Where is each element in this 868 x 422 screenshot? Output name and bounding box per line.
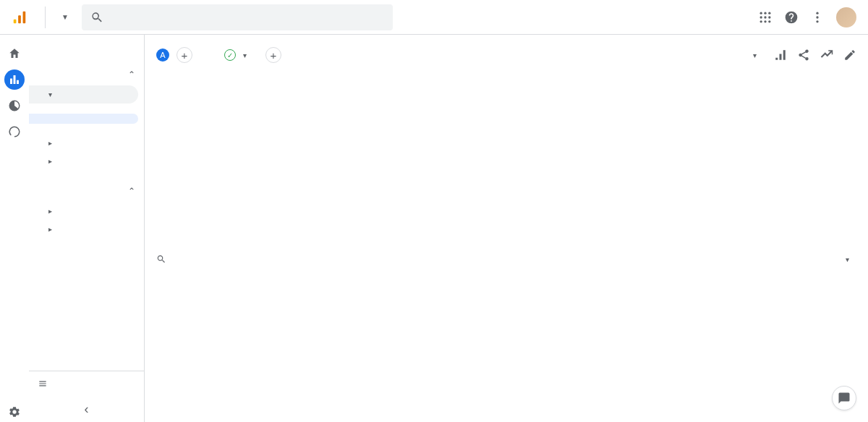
help-icon[interactable] xyxy=(784,10,799,25)
chevron-up-icon: ⌃ xyxy=(128,186,135,196)
share-icon[interactable] xyxy=(797,48,810,62)
chevron-right-icon: ▸ xyxy=(46,139,54,147)
chevron-down-icon: ▾ xyxy=(46,90,54,98)
line-chart[interactable] xyxy=(156,85,558,235)
chevron-down-icon: ▼ xyxy=(61,13,69,22)
divider xyxy=(45,7,46,28)
rows-per-page-select[interactable]: ▾ xyxy=(846,255,849,263)
customize-icon[interactable] xyxy=(774,48,787,62)
bar-chart-title xyxy=(569,75,856,85)
svg-point-5 xyxy=(768,12,770,14)
bar-chart-card xyxy=(569,75,856,240)
logo xyxy=(12,9,32,25)
sidebar-item-user-acq[interactable] xyxy=(29,114,138,124)
svg-point-11 xyxy=(768,20,770,22)
sidebar-item-retention[interactable] xyxy=(29,170,144,180)
table-pager: ▾ xyxy=(838,255,856,263)
svg-point-4 xyxy=(764,12,766,14)
search-icon xyxy=(156,254,166,264)
account-switcher[interactable]: ▼ xyxy=(59,13,69,22)
svg-point-14 xyxy=(816,20,818,22)
edit-icon[interactable] xyxy=(843,48,856,62)
search-bar[interactable] xyxy=(82,4,393,30)
chevron-right-icon: ▸ xyxy=(46,157,54,165)
chevron-up-icon: ⌃ xyxy=(128,69,135,80)
audience-badge[interactable]: A xyxy=(156,48,169,62)
nav-rail xyxy=(0,35,29,422)
rail-advertising[interactable] xyxy=(4,122,25,142)
search-icon xyxy=(90,11,103,24)
check-icon[interactable]: ✓ xyxy=(224,49,236,61)
chevron-down-icon[interactable]: ▾ xyxy=(243,51,247,59)
table-controls: ▾ xyxy=(156,253,856,265)
insights-icon[interactable] xyxy=(820,48,833,62)
analytics-logo-icon xyxy=(12,9,27,25)
sidebar-item-reports-snapshot[interactable] xyxy=(29,35,144,49)
svg-point-9 xyxy=(760,20,762,22)
svg-point-13 xyxy=(816,16,818,18)
svg-rect-2 xyxy=(23,11,26,23)
sidebar-item-realtime[interactable] xyxy=(29,49,144,64)
sidebar-section-lifecycle[interactable]: ⌃ xyxy=(29,64,144,85)
svg-point-6 xyxy=(760,16,762,18)
chevron-down-icon: ▾ xyxy=(846,256,849,263)
sidebar-collapse-button[interactable]: ‹ xyxy=(29,396,144,422)
sidebar-item-acq-overview[interactable] xyxy=(29,104,144,114)
table-search[interactable] xyxy=(156,253,833,265)
sidebar-item-tech[interactable]: ▸ xyxy=(29,220,144,238)
sidebar-item-demographics[interactable]: ▸ xyxy=(29,202,144,220)
more-vert-icon[interactable] xyxy=(810,10,825,25)
bar-chart[interactable] xyxy=(569,85,856,237)
search-input[interactable] xyxy=(111,11,384,24)
svg-point-3 xyxy=(760,12,762,14)
main: A + ✓ ▾ + ▾ xyxy=(145,35,868,422)
feedback-button[interactable] xyxy=(832,386,856,410)
rail-explore[interactable] xyxy=(4,96,25,116)
line-chart-card xyxy=(156,75,558,240)
svg-point-8 xyxy=(768,16,770,18)
sidebar-item-monetization[interactable]: ▸ xyxy=(29,152,144,170)
chat-icon xyxy=(838,392,851,405)
line-chart-title xyxy=(156,75,558,85)
chevron-down-icon: ▾ xyxy=(753,51,757,59)
sidebar-item-library[interactable] xyxy=(29,371,144,396)
add-comparison-button[interactable]: + xyxy=(176,47,192,63)
library-icon xyxy=(38,379,48,389)
header-actions xyxy=(758,7,856,28)
svg-rect-0 xyxy=(14,19,17,23)
chevron-right-icon: ▸ xyxy=(46,225,54,233)
chevron-right-icon: ▸ xyxy=(46,207,54,215)
svg-point-12 xyxy=(816,12,818,14)
rail-home[interactable] xyxy=(4,43,25,64)
sidebar-section-user[interactable]: ⌃ xyxy=(29,180,144,202)
add-dimension-button[interactable]: + xyxy=(265,47,281,63)
rail-admin[interactable] xyxy=(4,402,25,422)
app-header: ▼ xyxy=(0,0,868,35)
titlebar: A + ✓ ▾ + ▾ xyxy=(145,35,868,75)
user-avatar[interactable] xyxy=(836,7,856,28)
svg-point-7 xyxy=(764,16,766,18)
sidebar-item-engagement[interactable]: ▸ xyxy=(29,134,144,152)
date-range-picker[interactable]: ▾ xyxy=(744,51,757,59)
svg-rect-1 xyxy=(18,15,21,23)
rail-reports[interactable] xyxy=(4,69,25,90)
svg-point-10 xyxy=(764,20,766,22)
sidebar-item-acquisition[interactable]: ▾ xyxy=(29,85,138,104)
sidebar: ⌃ ▾ ▸ ▸ ⌃ ▸ ▸ ‹ xyxy=(29,35,145,422)
sidebar-item-traffic-acq[interactable] xyxy=(29,124,144,134)
table-search-input[interactable] xyxy=(171,253,833,265)
apps-icon[interactable] xyxy=(758,10,773,25)
